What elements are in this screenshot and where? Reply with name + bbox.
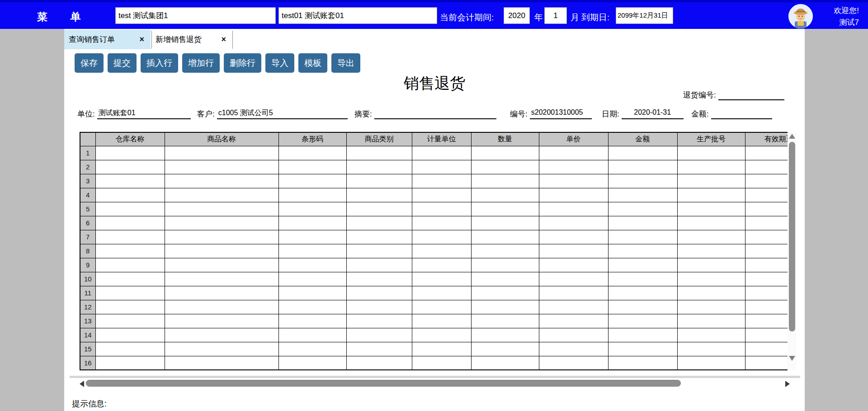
grid-cell[interactable] (539, 188, 608, 202)
grid-cell[interactable] (745, 202, 788, 216)
grid-cell[interactable] (95, 216, 165, 230)
grid-cell[interactable] (471, 202, 539, 216)
grid-cell[interactable] (677, 314, 745, 328)
horizontal-scroll-thumb[interactable] (86, 380, 681, 387)
scroll-right-icon[interactable] (785, 381, 790, 387)
toolbar-button-4[interactable]: 删除行 (224, 53, 261, 73)
grid-cell[interactable] (95, 230, 165, 244)
tab-query-sales-order[interactable]: 查询销售订单 × (64, 30, 151, 49)
grid-cell[interactable] (95, 356, 165, 370)
grid-cell[interactable] (745, 342, 788, 356)
grid-cell[interactable] (471, 146, 539, 160)
grid-cell[interactable] (539, 328, 608, 342)
grid-cell[interactable] (745, 216, 788, 230)
grid-cell[interactable] (346, 160, 412, 174)
grid-cell[interactable] (539, 314, 608, 328)
grid-cell[interactable] (677, 146, 745, 160)
grid-cell[interactable] (608, 216, 677, 230)
grid-cell[interactable] (412, 272, 471, 286)
grid-cell[interactable] (165, 328, 278, 342)
period-year-input[interactable] (504, 7, 530, 24)
grid-cell[interactable] (539, 272, 608, 286)
grid-cell[interactable] (745, 146, 788, 160)
grid-cell[interactable] (278, 272, 346, 286)
grid-cell[interactable] (278, 328, 346, 342)
grid-cell[interactable] (608, 244, 677, 258)
grid-cell[interactable] (608, 188, 677, 202)
grid-cell[interactable] (346, 328, 412, 342)
grid-cell[interactable] (165, 188, 278, 202)
grid-cell[interactable] (471, 160, 539, 174)
grid-cell[interactable] (412, 174, 471, 188)
grid-cell[interactable] (677, 342, 745, 356)
grid-cell[interactable] (677, 202, 745, 216)
grid-cell[interactable] (412, 216, 471, 230)
grid-cell[interactable] (412, 202, 471, 216)
grid-cell[interactable] (278, 188, 346, 202)
grid-cell[interactable] (608, 174, 677, 188)
grid-cell[interactable] (346, 342, 412, 356)
grid-cell[interactable] (745, 300, 788, 314)
grid-cell[interactable] (608, 272, 677, 286)
close-icon[interactable]: × (221, 35, 226, 44)
grid-cell[interactable] (539, 202, 608, 216)
scroll-up-icon[interactable] (789, 134, 795, 139)
doc-number-input[interactable]: s202001310005 (530, 108, 592, 119)
grid-cell[interactable] (539, 230, 608, 244)
grid-cell[interactable] (539, 258, 608, 272)
grid-cell[interactable] (745, 188, 788, 202)
grid-cell[interactable] (95, 202, 165, 216)
grid-cell[interactable] (471, 188, 539, 202)
grid-cell[interactable] (95, 258, 165, 272)
grid-cell[interactable] (539, 146, 608, 160)
grid-cell[interactable] (165, 258, 278, 272)
grid-cell[interactable] (278, 300, 346, 314)
grid-cell[interactable] (677, 356, 745, 370)
toolbar-button-5[interactable]: 导入 (265, 53, 294, 73)
grid-cell[interactable] (412, 230, 471, 244)
grid-cell[interactable] (278, 160, 346, 174)
toolbar-button-2[interactable]: 插入行 (141, 53, 178, 73)
grid-cell[interactable] (539, 300, 608, 314)
grid-cell[interactable] (165, 356, 278, 370)
grid-cell[interactable] (412, 342, 471, 356)
grid-cell[interactable] (471, 216, 539, 230)
grid-cell[interactable] (608, 146, 677, 160)
grid-cell[interactable] (412, 286, 471, 300)
grid-cell[interactable] (608, 314, 677, 328)
grid-cell[interactable] (745, 244, 788, 258)
grid-cell[interactable] (346, 272, 412, 286)
toolbar-button-0[interactable]: 保存 (75, 53, 104, 73)
grid-cell[interactable] (539, 216, 608, 230)
grid-cell[interactable] (471, 314, 539, 328)
grid-cell[interactable] (278, 342, 346, 356)
grid-cell[interactable] (745, 314, 788, 328)
grid-cell[interactable] (346, 230, 412, 244)
grid-cell[interactable] (471, 328, 539, 342)
grid-cell[interactable] (412, 356, 471, 370)
grid-cell[interactable] (608, 342, 677, 356)
account-set-input[interactable] (278, 7, 437, 24)
grid-cell[interactable] (608, 202, 677, 216)
grid-cell[interactable] (677, 244, 745, 258)
grid-cell[interactable] (95, 342, 165, 356)
grid-cell[interactable] (608, 258, 677, 272)
grid-cell[interactable] (539, 356, 608, 370)
grid-cell[interactable] (412, 160, 471, 174)
grid-cell[interactable] (346, 188, 412, 202)
scroll-left-icon[interactable] (80, 381, 84, 387)
group-input[interactable] (115, 7, 276, 24)
unit-input[interactable]: 测试账套01 (97, 108, 191, 119)
grid-cell[interactable] (677, 286, 745, 300)
grid-cell[interactable] (608, 328, 677, 342)
grid-cell[interactable] (278, 216, 346, 230)
grid-cell[interactable] (412, 300, 471, 314)
grid-cell[interactable] (165, 272, 278, 286)
grid-cell[interactable] (471, 356, 539, 370)
grid-cell[interactable] (278, 314, 346, 328)
grid-cell[interactable] (165, 244, 278, 258)
amount-input[interactable] (711, 108, 772, 119)
toolbar-button-1[interactable]: 提交 (108, 53, 137, 73)
grid-cell[interactable] (165, 314, 278, 328)
return-number-input[interactable] (718, 89, 784, 100)
